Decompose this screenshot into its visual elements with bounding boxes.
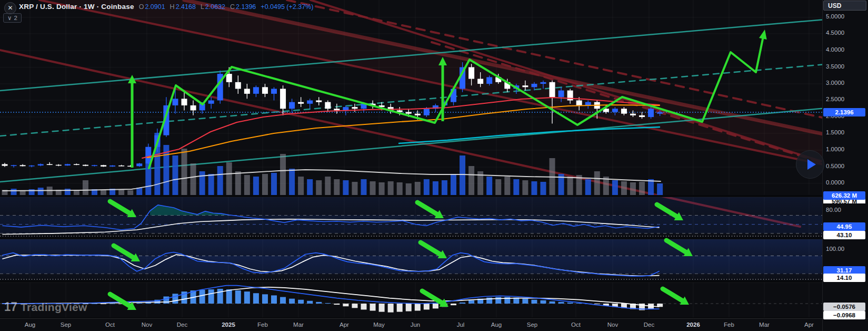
- time-axis-label: Sep: [61, 322, 71, 328]
- time-axis-label: Feb: [724, 322, 734, 328]
- high-label: H: [170, 3, 175, 11]
- time-axis-label: Jun: [411, 322, 421, 328]
- price-axis-label: 0.0000: [826, 179, 844, 186]
- indicators-collapsed-toggle[interactable]: ∨ 2: [3, 13, 22, 23]
- low-value: 2.0632: [205, 3, 225, 11]
- indicators-count: 2: [14, 14, 17, 22]
- tradingview-watermark: 17 TradingView: [4, 300, 87, 314]
- chart-canvas[interactable]: [0, 0, 822, 331]
- go-to-realtime-button[interactable]: [796, 150, 824, 179]
- time-axis-label: Jul: [457, 322, 465, 328]
- time-axis-label: Mar: [293, 322, 304, 328]
- zigzag-projection-drawing[interactable]: [149, 30, 767, 168]
- price-axis-label: 100.00: [826, 246, 844, 252]
- price-axis-label: 80.00: [826, 207, 841, 213]
- open-value: 2.0901: [145, 3, 165, 11]
- time-axis-label: Mar: [759, 322, 770, 328]
- time-axis-label: 2026: [686, 322, 700, 328]
- tradingview-watermark-text: TradingView: [21, 301, 87, 314]
- time-axis-label: Nov: [607, 322, 618, 328]
- time-axis-label: Apr: [340, 322, 349, 328]
- close-icon[interactable]: ✕: [4, 2, 16, 14]
- play-icon: [807, 159, 816, 170]
- time-axis-label: Nov: [142, 322, 152, 328]
- time-axis-label: Aug: [491, 322, 502, 328]
- price-axis-label: 1.0000: [826, 146, 844, 152]
- high-value: 2.4168: [176, 3, 196, 11]
- time-axis-label: Oct: [571, 322, 581, 328]
- price-axis-badge: 2.1396: [823, 108, 865, 116]
- stoch-pane: [0, 239, 822, 280]
- price-axis-label: 2.5000: [826, 96, 844, 102]
- price-axis-badge: 43.10: [823, 231, 865, 239]
- price-axis-label: 4.0000: [826, 46, 844, 53]
- time-axis-label: Apr: [804, 322, 814, 328]
- symbol-header: XRP / U.S. Dollar · 1W · Coinbase O 2.09…: [19, 3, 313, 11]
- low-label: L: [201, 3, 204, 11]
- change-value: +0.0495 (+2.37%): [261, 3, 313, 11]
- time-axis-label: Dec: [177, 322, 187, 328]
- price-axis-badge: −0.0576: [823, 303, 865, 311]
- price-axis-badge: 14.10: [823, 274, 865, 282]
- price-axis-label: 0.5000: [826, 163, 844, 169]
- time-axis-label: Sep: [527, 322, 537, 328]
- currency-selector[interactable]: USD: [823, 1, 866, 11]
- time-axis-border: [0, 318, 868, 319]
- time-axis-label: Dec: [644, 322, 654, 328]
- price-axis-label: 3.5000: [826, 63, 844, 70]
- tradingview-chart-window: ✕ XRP / U.S. Dollar · 1W · Coinbase O 2.…: [0, 0, 868, 331]
- price-axis-badge: −0.0968: [823, 311, 865, 319]
- chevron-down-icon: ∨: [7, 14, 12, 22]
- symbol-title[interactable]: XRP / U.S. Dollar · 1W · Coinbase: [19, 3, 134, 11]
- open-label: O: [139, 3, 144, 11]
- price-axis-label: 4.5000: [826, 30, 844, 36]
- time-axis-label: Aug: [25, 322, 35, 328]
- price-axis-badge: 626.32 M: [823, 191, 865, 200]
- time-axis-label: May: [373, 322, 385, 328]
- price-axis-label: 5.0000: [826, 13, 844, 20]
- volume-bars: [2, 133, 663, 195]
- time-axis-label: Oct: [105, 322, 115, 328]
- close-value: 2.1396: [236, 3, 256, 11]
- time-axis-label: 2025: [222, 322, 235, 328]
- tradingview-logo-icon: 17: [4, 300, 17, 314]
- price-axis-badge: 44.95: [823, 222, 865, 231]
- rsi-pane: [0, 197, 822, 237]
- time-axis-label: Feb: [257, 322, 268, 328]
- close-label: C: [230, 3, 235, 11]
- price-axis-label: 1.5000: [826, 129, 844, 135]
- macd-pane: [0, 286, 822, 313]
- price-axis-label: 3.0000: [826, 80, 844, 86]
